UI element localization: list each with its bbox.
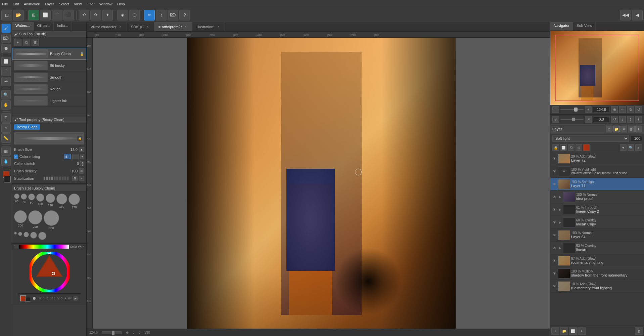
brush-item-smooth[interactable]: Smooth [12, 72, 86, 83]
delete-brush-btn[interactable]: 🗑 [32, 39, 39, 46]
layer-lc-expand[interactable]: ▶ [558, 220, 562, 224]
status-reset[interactable]: ⊕ [126, 331, 129, 334]
eraser-tool[interactable]: ⌦ [1, 34, 11, 43]
tab-oil[interactable]: Oil pa... [34, 22, 54, 31]
layer-item-72[interactable]: 👁 29 % Add (Glow) Layer 72 [550, 152, 644, 165]
brush-item-bithusky[interactable]: Bit husky [12, 60, 86, 72]
dot-5-shape[interactable] [38, 232, 46, 240]
color-options-btn[interactable]: ▶ [73, 296, 78, 301]
opacity-input[interactable] [630, 135, 642, 141]
layer-effect-btn[interactable]: ✦ [578, 327, 586, 335]
brush-preview-lock[interactable]: 🔒 [77, 136, 82, 141]
nav-zoom-out[interactable]: - [552, 106, 559, 113]
lasso-tool[interactable]: ⌒ [1, 67, 11, 76]
nav-zoom-in[interactable]: + [585, 106, 592, 113]
hand-tool[interactable]: ✋ [1, 100, 11, 110]
brush-density-btn[interactable]: ⊕ [79, 168, 84, 174]
brush-item-rough[interactable]: Rough [12, 83, 86, 95]
tab-artfolprom2[interactable]: artfolprom2* × [154, 22, 192, 31]
layer-del-btn[interactable]: 🗑 [635, 327, 643, 335]
layer-ip-expand[interactable]: ▶ [558, 195, 562, 199]
circle-250-shape[interactable] [28, 210, 42, 224]
layer-lock-trans-btn[interactable]: ⬜ [560, 144, 567, 151]
color-stretch-up[interactable]: ▲ [80, 161, 84, 164]
layer-filter-btn[interactable]: ≡ [635, 144, 642, 151]
layer-delete-btn[interactable]: 🗑 [628, 126, 635, 132]
menu-edit[interactable]: Edit [13, 2, 19, 6]
bg-color-display[interactable] [26, 297, 30, 302]
nav-flip[interactable]: ↔ [619, 106, 626, 113]
nav-rot-display[interactable]: 0.0 [593, 116, 610, 122]
menu-view[interactable]: View [74, 2, 82, 6]
tab-sdc1p1-close[interactable]: × [145, 25, 150, 29]
layer-new-btn[interactable]: □ [606, 126, 612, 132]
circle-120-shape[interactable] [46, 194, 55, 203]
circle-150-shape[interactable] [56, 194, 67, 204]
tab-illustration[interactable]: Illustration* × [192, 22, 225, 31]
layer-lc2-vis[interactable]: 👁 [552, 207, 557, 212]
layer-folder-add-btn[interactable]: 📁 [560, 327, 568, 335]
panel-collapse-btn[interactable]: ◀◀ [620, 10, 631, 20]
select-all-btn[interactable]: ⬛ [63, 10, 74, 20]
bg-color-swatch[interactable] [4, 176, 11, 182]
open-btn[interactable]: 📂 [13, 10, 24, 20]
brush-tool[interactable]: 🖌 [1, 24, 11, 33]
select-tool[interactable]: ⬜ [1, 57, 11, 66]
color-stretch-down[interactable]: ▼ [80, 164, 84, 166]
layer-la-vis[interactable]: 👁 [552, 245, 557, 251]
navigator-thumb[interactable] [550, 31, 644, 105]
dot-2-shape[interactable] [18, 232, 22, 236]
layer-la-expand[interactable]: ▶ [558, 246, 562, 250]
canvas-viewport[interactable] [93, 38, 550, 329]
fill-btn[interactable]: ◈ [117, 10, 128, 20]
layer-reference-btn[interactable]: ◎ [576, 144, 582, 151]
nav-mirror-v[interactable]: ↕ [619, 116, 626, 123]
layer-clipping-btn[interactable]: ⧉ [568, 144, 574, 151]
eraser-btn[interactable]: ⌦ [168, 10, 178, 20]
color-mixing-toggle[interactable] [72, 154, 79, 159]
ruler-tool[interactable]: 📏 [1, 133, 11, 143]
nav-extra2[interactable]: ⟫ [635, 116, 642, 123]
nav-rot-down[interactable]: ↙ [552, 116, 559, 123]
layer-lock-btn[interactable]: 🔒 [552, 144, 559, 151]
color-wheel-svg[interactable] [29, 252, 70, 292]
dot-3-shape[interactable] [24, 232, 29, 237]
layer-item-lineart[interactable]: 👁 ▶ 53 % Overlay lineart [550, 242, 644, 254]
layer-item-64[interactable]: 👁 100 % Normal Layer 64 [550, 229, 644, 242]
tab-viktor-close[interactable]: × [118, 25, 123, 29]
color-wheel-container[interactable] [29, 252, 70, 292]
menu-filter[interactable]: Filter [86, 2, 94, 6]
brush-item-lighterink[interactable]: Lighter ink [12, 95, 86, 107]
circle-200-shape[interactable] [14, 210, 27, 223]
shape-tool[interactable]: ○ [1, 123, 11, 133]
layer-folder-btn[interactable]: 📁 [613, 126, 620, 132]
circle-170-shape[interactable] [68, 194, 80, 205]
layer-item-idea-proof[interactable]: 👁 ▶ 100 % Normal idea proof [550, 191, 644, 203]
layer-item-71[interactable]: 👁 100 % Soft light Layer 71 [550, 178, 644, 191]
layer-item-lineart-copy[interactable]: 👁 ▶ 60 % Overlay lineart Copy [550, 216, 644, 229]
new-brush-btn[interactable]: + [14, 39, 21, 46]
color-gradient-bar[interactable] [19, 245, 69, 249]
menu-help[interactable]: Help [117, 2, 125, 6]
nav-zoom-slider[interactable] [560, 109, 584, 110]
nav-rot-reset[interactable]: ↺ [611, 116, 618, 123]
nav-extra1[interactable]: ⟪ [627, 116, 634, 123]
layer-add-btn[interactable]: + [551, 327, 559, 335]
nav-zoom-reset[interactable]: ⊕ [611, 106, 618, 113]
tab-viktor[interactable]: Viktor character × [87, 22, 127, 31]
color-mixing-checkbox[interactable]: ✓ [14, 155, 18, 159]
layer-lc2-expand[interactable]: ▶ [558, 208, 562, 212]
circle-300-shape[interactable] [44, 210, 59, 226]
tab-illustration-close[interactable]: × [216, 25, 221, 29]
menu-select[interactable]: Select [59, 2, 69, 6]
quick-access-btn[interactable]: ⊞ [28, 10, 39, 20]
help-circle-btn[interactable]: ? [179, 10, 190, 20]
zoom-slider[interactable] [102, 331, 122, 334]
layer-search-btn[interactable]: 🔍 [628, 144, 634, 151]
clear-btn[interactable]: ✦ [102, 10, 113, 20]
circle-70-shape[interactable] [21, 194, 27, 200]
stabilization-bar[interactable] [41, 176, 71, 181]
layer-72-vis[interactable]: 👁 [552, 156, 557, 161]
layer-expand-all-btn[interactable]: ▼ [620, 144, 627, 151]
duplicate-brush-btn[interactable]: ⧉ [23, 39, 30, 46]
